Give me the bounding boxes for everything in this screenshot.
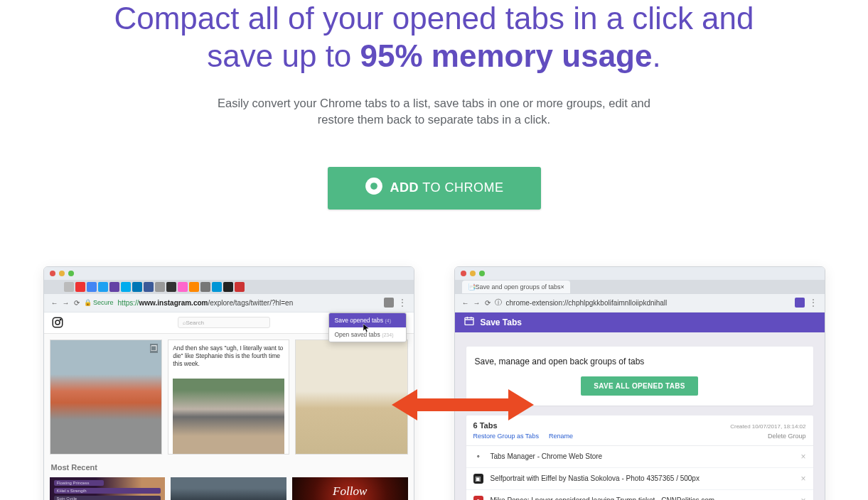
info-icon: ⓘ (495, 298, 502, 308)
hero-subtitle: Easily convert your Chrome tabs to a lis… (200, 95, 669, 128)
browser-tab[interactable]: 📑 Save and open groups of tabs × (462, 281, 570, 293)
card-title: Save, manage and open back groups of tab… (475, 357, 805, 366)
svg-point-4 (60, 319, 61, 320)
url-text: https://www.instagram.com/explore/tags/t… (118, 299, 380, 307)
favicon-icon: ▣ (473, 474, 483, 484)
tab-strip (44, 280, 414, 294)
carousel-icon: ❐ (150, 344, 158, 353)
browser-menu-icon[interactable]: ⋮ (398, 298, 407, 308)
grid-cell[interactable]: ❐ (50, 339, 163, 455)
nav-back-icon[interactable]: ← (462, 299, 469, 307)
grid-image (173, 379, 284, 455)
cursor-icon (363, 323, 370, 332)
nav-fwd-icon[interactable]: → (473, 299, 481, 307)
nav-back-icon[interactable]: ← (51, 299, 58, 307)
lock-icon: 🔒 Secure (84, 299, 114, 306)
screenshot-browser-left: ← → ⟳ 🔒 Secure https://www.instagram.com… (43, 266, 414, 500)
most-recent-label: Most Recent (44, 460, 414, 477)
bidirectional-arrow-icon (392, 387, 534, 423)
nav-reload-icon[interactable]: ⟳ (485, 299, 491, 307)
tab-row[interactable]: ▣Selfportrait with Eiffel by Nastia Soko… (466, 468, 813, 490)
svg-marker-6 (392, 389, 534, 420)
tab-strip: 📑 Save and open groups of tabs × (455, 280, 825, 294)
app-title: Save Tabs (481, 317, 522, 327)
delete-link[interactable]: Delete Group (768, 433, 806, 440)
image-grid: ❐ And then she says "ugh, I literally wa… (44, 334, 414, 460)
instagram-logo-icon (51, 316, 64, 329)
address-bar[interactable]: ← → ⟳ ⓘ chrome-extension://chphlpgkkboli… (455, 294, 825, 312)
svg-rect-5 (465, 318, 473, 325)
screenshot-browser-right: 📑 Save and open groups of tabs × ← → ⟳ ⓘ… (454, 266, 825, 500)
cta-label: ADD TO CHROME (390, 180, 504, 195)
window-controls (44, 267, 414, 280)
close-icon[interactable]: × (800, 474, 805, 484)
favicon-icon: ⚬ (473, 452, 483, 462)
app-bar: Save Tabs (455, 312, 825, 332)
image-grid-2: Floating Princess KHel s Strength Spin C… (44, 477, 414, 500)
url-text: chrome-extension://chphlpgkkbolifaimnllo… (506, 299, 791, 307)
hero-headline: Compact all of your opened tabs in a cli… (79, 0, 790, 75)
traffic-light-min (59, 271, 65, 276)
tab-row[interactable]: cMike Pence: I never considered leaving … (466, 490, 813, 500)
grid-cell[interactable]: Follow 300 (292, 477, 408, 500)
nav-fwd-icon[interactable]: → (63, 299, 70, 307)
chrome-icon (365, 177, 383, 199)
created-timestamp: Created 10/07/2017, 18:14:02 (730, 423, 805, 430)
rename-link[interactable]: Rename (549, 433, 573, 440)
add-to-chrome-button[interactable]: ADD TO CHROME (328, 167, 541, 210)
screenshot-row: ← → ⟳ 🔒 Secure https://www.instagram.com… (43, 266, 825, 500)
window-controls (455, 267, 825, 280)
grid-cell[interactable]: Floating Princess KHel s Strength Spin C… (50, 477, 166, 500)
extension-icon[interactable] (384, 298, 394, 308)
extension-icon[interactable] (795, 298, 805, 308)
restore-link[interactable]: Restore Group as Tabs (473, 433, 539, 440)
tab-row[interactable]: ⚬Tabs Manager - Chrome Web Store× (466, 446, 813, 468)
address-bar[interactable]: ← → ⟳ 🔒 Secure https://www.instagram.com… (44, 294, 414, 312)
grid-cell[interactable]: And then she says "ugh, I literally want… (168, 339, 289, 455)
app-icon (464, 315, 475, 329)
traffic-light-close (50, 271, 55, 276)
traffic-light-max (479, 271, 485, 276)
browser-menu-icon[interactable]: ⋮ (809, 298, 818, 308)
grid-caption: And then she says "ugh, I literally want… (173, 344, 284, 376)
traffic-light-max (68, 271, 74, 276)
close-icon[interactable]: × (800, 452, 805, 462)
traffic-light-min (470, 271, 476, 276)
svg-point-3 (55, 320, 60, 325)
favicon-icon: c (473, 496, 483, 500)
nav-reload-icon[interactable]: ⟳ (74, 299, 80, 307)
save-all-button[interactable]: SAVE ALL OPENED TABS (581, 376, 697, 396)
close-icon[interactable]: × (800, 496, 805, 500)
traffic-light-close (461, 271, 466, 276)
tab-group: 6 Tabs Created 10/07/2017, 18:14:02 Rest… (466, 415, 813, 500)
page: Compact all of your opened tabs in a cli… (0, 0, 868, 500)
instagram-search-input[interactable]: ⌕ Search (178, 317, 270, 328)
grid-cell[interactable] (171, 477, 286, 500)
